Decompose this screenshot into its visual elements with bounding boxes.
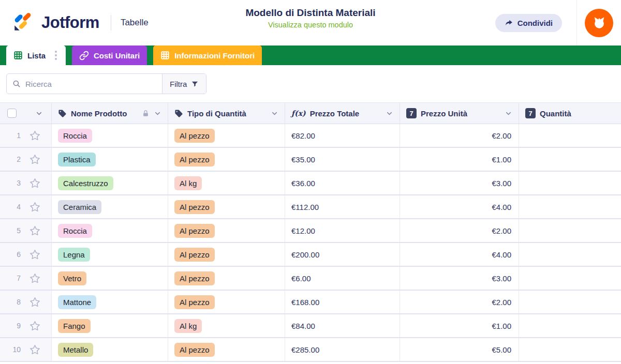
tab-lista[interactable]: Lista xyxy=(6,46,66,65)
product-cell[interactable]: Vetro xyxy=(52,267,168,290)
row-number: 7 xyxy=(5,274,21,282)
quantity-type-cell[interactable]: Al pezzo xyxy=(168,219,285,242)
quantity-cell[interactable]: 2 xyxy=(519,267,621,290)
star-favorite-icon[interactable] xyxy=(29,249,41,261)
unit-price-cell[interactable]: €2.00 xyxy=(400,124,519,147)
total-price-cell[interactable]: €200.00 xyxy=(285,243,400,266)
select-all-checkbox[interactable] xyxy=(7,109,17,118)
top-bar: Jotform Tabelle Modello di Distinta Mate… xyxy=(0,0,621,46)
quantity-type-cell[interactable]: Al pezzo xyxy=(168,148,285,171)
quantity-type-cell[interactable]: Al pezzo xyxy=(168,124,285,147)
total-price-cell[interactable]: €12.00 xyxy=(285,219,400,242)
star-favorite-icon[interactable] xyxy=(29,201,41,213)
unit-price-cell[interactable]: €1.00 xyxy=(400,148,519,171)
tab-label: Lista xyxy=(27,51,46,60)
tab-informazioni-fornitori[interactable]: Informazioni Fornitori xyxy=(153,46,262,65)
chevron-down-icon[interactable] xyxy=(154,110,161,117)
unit-price-cell[interactable]: €3.00 xyxy=(400,172,519,194)
product-cell[interactable]: Fango xyxy=(52,314,168,337)
total-price-cell[interactable]: €285.00 xyxy=(285,338,400,361)
column-header-quantita[interactable]: 7 Quantità xyxy=(519,103,621,124)
total-price-cell[interactable]: €168.00 xyxy=(285,291,400,313)
column-header-nome-prodotto[interactable]: Nome Prodotto xyxy=(52,103,168,124)
quantity-cell[interactable]: 84 xyxy=(519,291,621,313)
product-cell[interactable]: Ceramica xyxy=(52,195,168,218)
quantity-type-cell[interactable]: Al pezzo xyxy=(168,338,285,361)
column-header-prezzo-totale[interactable]: ƒ(x) Prezzo Totale xyxy=(285,103,400,124)
tab-label: Costi Unitari xyxy=(94,51,140,60)
quantity-type-cell[interactable]: Al pezzo xyxy=(168,291,285,313)
share-arrow-icon xyxy=(505,19,513,27)
column-header-tipo-di-quantita[interactable]: Tipo di Quantità xyxy=(168,103,285,124)
unit-price-cell[interactable]: €3.00 xyxy=(400,267,519,290)
column-header-prezzo-unita[interactable]: 7 Prezzo Unità xyxy=(400,103,519,124)
product-badge: Mattone xyxy=(58,295,96,309)
share-button[interactable]: Condividi xyxy=(495,14,562,32)
table-viewport: Nome Prodotto Tipo di Quantità xyxy=(0,102,621,362)
star-favorite-icon[interactable] xyxy=(29,320,41,332)
quantity-cell[interactable]: 6 xyxy=(519,219,621,242)
total-price-cell[interactable]: €84.00 xyxy=(285,314,400,337)
quantity-cell[interactable]: 12 xyxy=(519,172,621,194)
unit-price-cell[interactable]: €2.00 xyxy=(400,291,519,313)
search-filter-group: Filtra xyxy=(6,73,206,94)
product-cell[interactable]: Roccia xyxy=(52,124,168,147)
total-price-value: €12.00 xyxy=(291,226,315,235)
unit-price-cell[interactable]: €5.00 xyxy=(400,338,519,361)
quantity-type-cell[interactable]: Al pezzo xyxy=(168,243,285,266)
star-favorite-icon[interactable] xyxy=(29,177,41,189)
quantity-cell[interactable]: 84 xyxy=(519,314,621,337)
total-price-cell[interactable]: €82.00 xyxy=(285,124,400,147)
star-favorite-icon[interactable] xyxy=(29,344,41,356)
chevron-down-icon[interactable] xyxy=(505,110,512,117)
product-cell[interactable]: Legna xyxy=(52,243,168,266)
chevron-down-icon[interactable] xyxy=(271,110,278,117)
row-select-cell: 4 xyxy=(0,195,52,218)
quantity-cell[interactable]: 35 xyxy=(519,148,621,171)
quantity-cell[interactable]: 57 xyxy=(519,338,621,361)
star-favorite-icon[interactable] xyxy=(29,296,41,308)
table-body: 1 Roccia Al pezzo €82.00 €2.00 41 2 xyxy=(0,124,621,362)
share-button-label: Condividi xyxy=(518,19,553,27)
jotform-logo[interactable]: Jotform Tabelle xyxy=(0,11,149,35)
star-favorite-icon[interactable] xyxy=(29,225,41,237)
total-price-cell[interactable]: €112.00 xyxy=(285,195,400,218)
quantity-cell[interactable]: 41 xyxy=(519,124,621,147)
table-row: 4 Ceramica Al pezzo €112.00 €4.00 28 xyxy=(0,195,621,219)
row-number: 9 xyxy=(5,322,21,330)
search-input[interactable] xyxy=(25,80,157,88)
product-cell[interactable]: Roccia xyxy=(52,219,168,242)
unit-price-cell[interactable]: €4.00 xyxy=(400,243,519,266)
product-cell[interactable]: Mattone xyxy=(52,291,168,313)
unit-price-cell[interactable]: €4.00 xyxy=(400,195,519,218)
quantity-cell[interactable]: 28 xyxy=(519,195,621,218)
total-price-cell[interactable]: €35.00 xyxy=(285,148,400,171)
total-price-cell[interactable]: €6.00 xyxy=(285,267,400,290)
chevron-down-icon[interactable] xyxy=(386,110,393,117)
table-grid-icon xyxy=(13,51,23,60)
unit-price-cell[interactable]: €1.00 xyxy=(400,314,519,337)
product-badge: Calcestruzzo xyxy=(58,176,113,190)
star-favorite-icon[interactable] xyxy=(29,154,41,165)
quantity-type-cell[interactable]: Al pezzo xyxy=(168,195,285,218)
row-select-cell: 5 xyxy=(0,219,52,242)
unit-price-cell[interactable]: €2.00 xyxy=(400,219,519,242)
user-avatar[interactable] xyxy=(585,9,613,37)
quantity-type-cell[interactable]: Al pezzo xyxy=(168,267,285,290)
total-price-value: €112.00 xyxy=(291,203,319,211)
quantity-cell[interactable]: 50 xyxy=(519,243,621,266)
star-favorite-icon[interactable] xyxy=(29,130,41,142)
expand-rows-chevron-icon[interactable] xyxy=(35,110,43,117)
product-cell[interactable]: Calcestruzzo xyxy=(52,172,168,194)
product-cell[interactable]: Plastica xyxy=(52,148,168,171)
star-favorite-icon[interactable] xyxy=(29,272,41,284)
tab-menu-kebab-icon[interactable] xyxy=(53,49,58,62)
filter-button[interactable]: Filtra xyxy=(162,74,206,94)
quantity-type-cell[interactable]: Al kg xyxy=(168,172,285,194)
quantity-type-cell[interactable]: Al kg xyxy=(168,314,285,337)
total-price-value: €200.00 xyxy=(291,250,319,259)
total-price-cell[interactable]: €36.00 xyxy=(285,172,400,194)
tab-costi-unitari[interactable]: Costi Unitari xyxy=(72,46,147,65)
product-cell[interactable]: Metallo xyxy=(52,338,168,361)
view-form-link[interactable]: Visualizza questo modulo xyxy=(268,21,353,29)
